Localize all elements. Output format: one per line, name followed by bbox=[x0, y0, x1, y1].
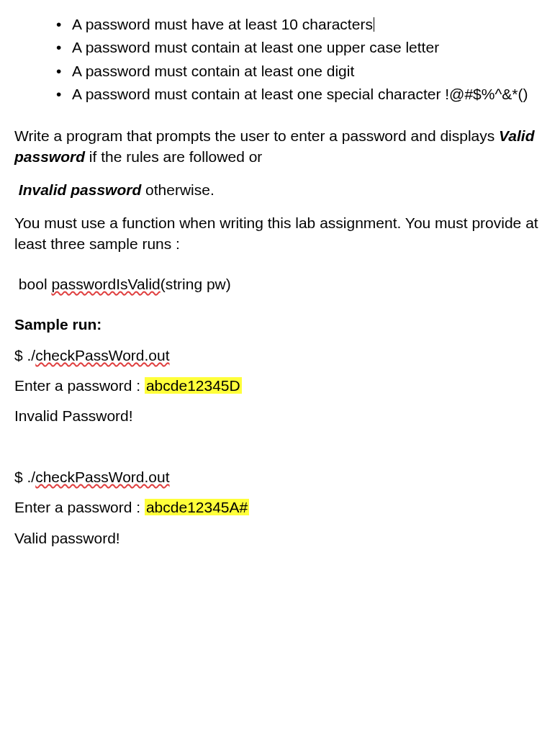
run2-command: $ ./checkPassWord.out bbox=[14, 467, 546, 487]
sample-run-heading: Sample run: bbox=[14, 315, 546, 335]
rule-item: A password must have at least 10 charact… bbox=[56, 14, 546, 35]
run1-result: Invalid Password! bbox=[14, 406, 546, 426]
run1-input: abcde12345D bbox=[145, 377, 242, 394]
func-name: passwordIsValid bbox=[51, 276, 160, 292]
function-signature: bool passwordIsValid(string pw) bbox=[14, 274, 546, 294]
run2-input: abcde12345A# bbox=[145, 499, 249, 515]
rule-text: A password must contain at least one dig… bbox=[72, 63, 354, 79]
run2-cmd-prefix: $ ./ bbox=[14, 469, 35, 485]
rule-item: A password must contain at least one dig… bbox=[56, 61, 546, 81]
rule-text: A password must contain at least one spe… bbox=[72, 86, 528, 102]
rules-list: A password must have at least 10 charact… bbox=[14, 14, 546, 104]
run1-cmd-prefix: $ ./ bbox=[14, 347, 35, 363]
run2-prompt-line: Enter a password : abcde12345A# bbox=[14, 497, 546, 518]
rule-item: A password must contain at least one spe… bbox=[56, 84, 546, 104]
run1-command: $ ./checkPassWord.out bbox=[14, 345, 546, 366]
rule-item: A password must contain at least one upp… bbox=[56, 37, 546, 58]
para1-pre: Write a program that prompts the user to… bbox=[14, 127, 499, 144]
run2-cmd-name: checkPassWord.out bbox=[35, 469, 169, 485]
func-args: (string pw) bbox=[161, 276, 231, 292]
invalid-password-emph: Invalid password bbox=[19, 181, 141, 198]
paragraph-invalid: Invalid password otherwise. bbox=[14, 180, 546, 200]
run1-cmd-name: checkPassWord.out bbox=[35, 347, 169, 363]
run2-result: Valid password! bbox=[14, 528, 546, 548]
paragraph-function-req: You must use a function when writing thi… bbox=[14, 213, 546, 254]
run2-prompt: Enter a password : bbox=[14, 499, 145, 515]
paragraph-intro: Write a program that prompts the user to… bbox=[14, 126, 546, 167]
rule-text: A password must have at least 10 charact… bbox=[72, 16, 373, 32]
para1-post: if the rules are followed or bbox=[85, 148, 262, 165]
para2-post: otherwise. bbox=[141, 181, 214, 198]
text-cursor bbox=[374, 17, 374, 32]
run1-prompt: Enter a password : bbox=[14, 377, 145, 394]
run1-prompt-line: Enter a password : abcde12345D bbox=[14, 376, 546, 396]
func-return: bool bbox=[19, 276, 52, 292]
rule-text: A password must contain at least one upp… bbox=[72, 39, 439, 55]
